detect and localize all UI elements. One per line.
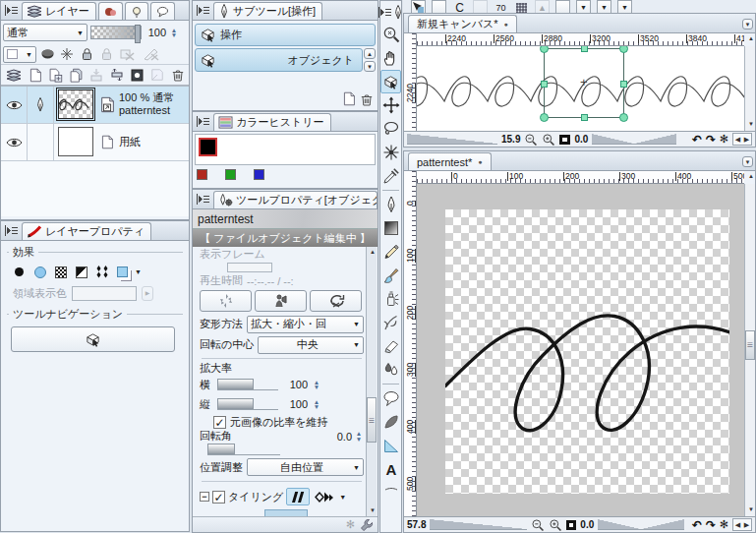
ruler-disabled-icon[interactable] [141, 48, 162, 61]
figure-tool[interactable] [380, 410, 401, 434]
panel-menu-icon[interactable] [196, 4, 210, 17]
tone-effect-icon[interactable] [31, 265, 48, 279]
tab-tool-property[interactable]: ツールプロパティ[オブジェク [213, 191, 378, 208]
triangle-command-icon[interactable]: ▲ [535, 0, 550, 13]
operate-tool[interactable] [380, 70, 401, 93]
chevron-down-icon[interactable]: ▼ [135, 268, 142, 275]
zoom-slider[interactable] [430, 519, 526, 530]
tool-navigation-button[interactable] [11, 326, 175, 352]
grid-icon[interactable] [514, 0, 529, 13]
transparent-canvas[interactable] [445, 209, 729, 494]
panel-menu-icon[interactable] [4, 4, 19, 17]
wrench-icon[interactable] [360, 518, 374, 532]
decoration-tool[interactable] [380, 311, 401, 334]
eyedropper-tool[interactable] [380, 164, 401, 188]
layer-color-dropdown[interactable]: ▼ [3, 46, 36, 63]
blend-mode-dropdown[interactable]: 通常▼ [3, 24, 87, 41]
rotation-angle-stepper[interactable]: ▲▼ [354, 431, 364, 442]
dropdown-command-icon[interactable]: ▼ [576, 0, 591, 13]
mask-disabled-icon[interactable] [117, 48, 139, 61]
transform-method-dropdown[interactable]: 拡大・縮小・回▼ [247, 316, 364, 333]
tab-patterntest[interactable]: patterntest* ● [408, 152, 492, 170]
history-color-swatch[interactable] [254, 169, 264, 180]
zoom-out-icon[interactable] [531, 518, 545, 531]
layer-thumbnail[interactable] [58, 127, 93, 156]
tab-list-dropdown[interactable]: ▼ [742, 156, 753, 167]
scroll-down-button[interactable]: ▼ [745, 504, 756, 516]
redo-icon[interactable]: ↷ [706, 134, 716, 146]
tab-new-canvas[interactable]: 新規キャンバス* ● [408, 15, 517, 32]
scroll-up-button[interactable]: ▲ [745, 33, 756, 45]
gradient-tool[interactable] [380, 216, 401, 240]
tab-color-history[interactable]: カラーヒストリー [213, 113, 331, 131]
layer-thumbnail[interactable] [58, 89, 93, 119]
flow-tool[interactable] [380, 481, 401, 504]
zoom-in-icon[interactable] [549, 518, 562, 531]
undo-icon[interactable]: ↶ [692, 134, 702, 146]
zoom-tool[interactable] [380, 23, 401, 46]
lock-transparent-icon[interactable] [97, 47, 115, 61]
subtool-item-object[interactable]: オブジェクト [195, 48, 363, 72]
blank-command-icon[interactable] [432, 0, 446, 13]
current-color-swatch[interactable] [199, 138, 217, 156]
tab-list-dropdown[interactable]: ▼ [742, 19, 753, 30]
move-tool[interactable] [380, 93, 401, 117]
tiling-collapse-box[interactable]: − [200, 492, 209, 502]
scale-h-slider[interactable] [217, 379, 278, 390]
lasso-tool[interactable] [380, 117, 401, 141]
scroll-down-button[interactable]: ▼ [367, 505, 378, 516]
stamp-command-icon[interactable] [473, 0, 488, 13]
layer-color-effect-icon[interactable] [114, 265, 131, 279]
scrollbar-thumb[interactable]: ☰ [367, 397, 377, 443]
selection-handle-w[interactable] [541, 81, 548, 88]
clipping-icon[interactable] [38, 48, 56, 60]
fit-screen-icon[interactable] [566, 520, 577, 530]
area-color-input[interactable] [72, 286, 137, 301]
blank-command-icon[interactable] [555, 0, 570, 13]
ruler-tool[interactable] [380, 434, 401, 457]
tiling-direction-button[interactable] [286, 488, 310, 505]
redo-icon[interactable]: ↷ [706, 519, 716, 531]
reset-rotation-icon[interactable]: ✻ [720, 133, 728, 146]
scroll-up-button[interactable]: ▲ [745, 171, 756, 183]
eraser-tool[interactable] [380, 334, 401, 358]
vertical-scrollbar[interactable]: ▲ ☰ ▼ [744, 184, 755, 516]
selection-handle-nw[interactable] [540, 46, 549, 53]
new-folder-icon[interactable] [67, 68, 86, 83]
border-effect-icon[interactable] [11, 265, 28, 279]
tiling-pattern-button[interactable] [313, 488, 336, 505]
mask-wand-icon[interactable] [58, 47, 76, 61]
delete-layer-icon[interactable] [168, 68, 187, 82]
tone-pattern-icon[interactable] [93, 265, 110, 279]
zoom-slider[interactable] [407, 134, 497, 145]
opacity-slider[interactable] [90, 26, 142, 39]
layer-visible-toggle[interactable] [1, 87, 28, 123]
transfer-icon[interactable] [107, 68, 126, 82]
text-tool[interactable]: A [380, 457, 401, 481]
halftone-icon[interactable] [52, 265, 69, 279]
snap-cursor-icon[interactable] [411, 0, 426, 13]
pencil-tool[interactable] [380, 240, 401, 264]
selection-handle-s[interactable] [581, 114, 588, 121]
subtool-group-operate[interactable]: 操作 [195, 24, 376, 46]
scale-v-slider[interactable] [217, 398, 278, 410]
zoom-out-icon[interactable] [524, 133, 538, 146]
chevron-down-icon[interactable]: ▼ [339, 494, 346, 501]
tab-layer-property[interactable]: レイヤープロパティ [22, 222, 151, 240]
selection-handle-sw[interactable] [540, 113, 549, 122]
tab-layer-extra-1[interactable] [98, 2, 123, 20]
selection-handle-n[interactable] [581, 46, 588, 52]
undo-icon[interactable]: ↶ [692, 519, 702, 531]
layer-visible-toggle[interactable] [1, 124, 28, 160]
panel-menu-icon[interactable] [4, 224, 19, 237]
scale-h-stepper[interactable]: ▲▼ [312, 380, 321, 390]
template-icon[interactable] [148, 68, 167, 82]
new-vector-layer-icon[interactable] [46, 68, 65, 83]
canvas-new-canvas[interactable]: + [417, 46, 744, 131]
lock-layer-icon[interactable] [78, 47, 95, 61]
dropdown-command-icon[interactable]: ▼ [617, 0, 632, 13]
hand-tool[interactable] [380, 46, 401, 70]
scroll-up-button[interactable]: ▲ [367, 247, 378, 258]
status-pager[interactable]: ◀▶ [732, 133, 752, 146]
tab-layer[interactable]: レイヤー [22, 2, 96, 20]
